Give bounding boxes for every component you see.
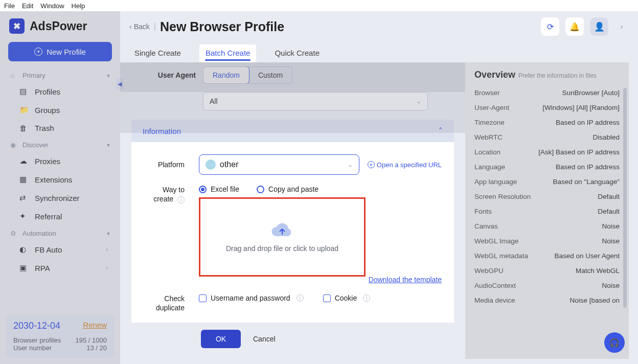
nav-section-discover-label: Discover bbox=[22, 141, 49, 149]
nav-section-automation[interactable]: ⚙Automation ▾ bbox=[3, 225, 117, 240]
sidebar-item-trash[interactable]: 🗑Trash bbox=[3, 119, 117, 137]
overview-key: Language bbox=[474, 163, 505, 171]
sidebar-item-extensions[interactable]: ▦Extensions bbox=[3, 170, 117, 189]
extensions-icon: ▦ bbox=[19, 175, 29, 184]
fb-icon: ◐ bbox=[19, 245, 29, 254]
overview-scrollbar[interactable] bbox=[623, 88, 627, 308]
overview-row: AudioContextNoise bbox=[474, 278, 620, 293]
chevron-right-icon: › bbox=[106, 246, 108, 253]
ua-random-button[interactable]: Random bbox=[203, 66, 249, 84]
overview-value: [Windows] [All] [Random] bbox=[542, 104, 620, 111]
overview-row: Media deviceNoise [based on bbox=[474, 293, 620, 308]
overview-key: App language bbox=[474, 178, 517, 186]
tab-single-create[interactable]: Single Create bbox=[132, 44, 183, 62]
avatar[interactable]: 👤 bbox=[590, 17, 608, 36]
overview-value: Noise bbox=[602, 282, 620, 289]
sidebar-item-fb-auto[interactable]: ◐FB Auto› bbox=[3, 240, 117, 259]
plus-icon: + bbox=[34, 48, 42, 56]
information-accordion[interactable]: Information ˄ bbox=[131, 120, 454, 142]
chevron-down-icon: ⌄ bbox=[416, 98, 421, 105]
nav-section-discover[interactable]: ◉Discover ▾ bbox=[3, 137, 117, 152]
overview-key: Canvas bbox=[474, 222, 498, 230]
platform-label: Platform bbox=[144, 160, 185, 169]
menu-file[interactable]: File bbox=[4, 2, 15, 10]
menu-edit[interactable]: Edit bbox=[22, 2, 33, 10]
upload-dropzone[interactable]: Drag and drop file or click to upload bbox=[199, 197, 366, 277]
overview-value: Based on User Agent bbox=[554, 252, 620, 260]
download-template-link[interactable]: Download the template bbox=[369, 276, 442, 284]
radio-copy-paste[interactable]: Copy and paste bbox=[257, 185, 318, 193]
refresh-icon: ⟳ bbox=[547, 22, 554, 32]
menu-help[interactable]: Help bbox=[72, 2, 85, 10]
overview-key: WebGL metadata bbox=[474, 252, 528, 260]
sidebar-item-groups[interactable]: 📁Groups bbox=[3, 101, 117, 119]
overview-value: [Ask] Based on IP address bbox=[538, 148, 620, 156]
help-icon[interactable]: i bbox=[363, 294, 370, 302]
avatar-icon: 👤 bbox=[594, 21, 605, 32]
overview-row: BrowserSunBrowser [Auto] bbox=[474, 85, 620, 100]
way-to-create-label: Way to create i bbox=[144, 185, 185, 203]
overview-row: CanvasNoise bbox=[474, 219, 620, 234]
checkbox-username-password[interactable]: Username and passwordi bbox=[199, 294, 304, 302]
overview-value: Default bbox=[598, 208, 620, 215]
back-button[interactable]: ‹Back bbox=[129, 22, 150, 31]
os-menubar: File Edit Window Help bbox=[0, 0, 638, 11]
ua-all-value: All bbox=[210, 97, 218, 105]
tab-batch-create[interactable]: Batch Create bbox=[199, 44, 257, 62]
sidebar-item-profiles[interactable]: ▤Profiles bbox=[3, 82, 117, 101]
radio-excel-file[interactable]: Excel file bbox=[199, 185, 239, 193]
menu-window[interactable]: Window bbox=[40, 2, 64, 10]
radio-label: Excel file bbox=[211, 185, 239, 193]
overview-row: LanguageBased on IP address bbox=[474, 160, 620, 174]
overview-value: Default bbox=[598, 193, 620, 200]
platform-select[interactable]: ⋯other ⌄ bbox=[199, 154, 359, 175]
overview-key: Fonts bbox=[474, 208, 492, 215]
information-panel: Platform ⋯other ⌄ +Open a specified URL … bbox=[131, 142, 454, 323]
ok-button[interactable]: OK bbox=[201, 330, 241, 348]
proxies-icon: ☁ bbox=[19, 156, 29, 166]
expand-button[interactable]: › bbox=[614, 17, 629, 36]
upload-text: Drag and drop file or click to upload bbox=[226, 244, 338, 253]
help-icon[interactable]: i bbox=[297, 294, 304, 302]
open-url-label: Open a specified URL bbox=[377, 161, 442, 169]
plus-circle-icon: + bbox=[368, 161, 375, 168]
overview-row: App languageBased on "Language" bbox=[474, 174, 620, 189]
divider: | bbox=[154, 22, 156, 31]
folder-icon: 📁 bbox=[19, 105, 29, 115]
new-profile-button[interactable]: + New Profile bbox=[8, 42, 112, 61]
renew-link[interactable]: Renew bbox=[83, 321, 107, 329]
sidebar-item-rpa[interactable]: ▣RPA› bbox=[3, 259, 117, 277]
checkbox-cookie[interactable]: Cookiei bbox=[323, 294, 371, 302]
open-specified-url-link[interactable]: +Open a specified URL bbox=[368, 161, 442, 169]
overview-row: FontsDefault bbox=[474, 204, 620, 219]
sidebar-item-synchronizer[interactable]: ⇄Synchronizer bbox=[3, 189, 117, 207]
brand: ✖ AdsPower bbox=[0, 11, 120, 38]
ua-custom-button[interactable]: Custom bbox=[249, 67, 292, 83]
notifications-button[interactable]: 🔔 bbox=[565, 17, 584, 36]
overview-title: Overview bbox=[474, 70, 515, 80]
rpa-icon: ▣ bbox=[19, 263, 29, 272]
checkbox-icon bbox=[199, 294, 207, 302]
overview-row: TimezoneBased on IP address bbox=[474, 115, 620, 130]
overview-row: WebGL metadataBased on User Agent bbox=[474, 248, 620, 263]
sidebar-item-referral[interactable]: ✦Referral bbox=[3, 207, 117, 225]
sidebar-item-proxies[interactable]: ☁Proxies bbox=[3, 152, 117, 170]
overview-value: SunBrowser [Auto] bbox=[562, 89, 620, 97]
checkbox-label: Cookie bbox=[335, 294, 357, 302]
nav-section-primary[interactable]: ⌂Primary ▾ bbox=[3, 67, 117, 82]
ua-all-dropdown[interactable]: All ⌄ bbox=[203, 92, 428, 110]
cancel-button[interactable]: Cancel bbox=[253, 335, 276, 343]
sidebar-item-label: Proxies bbox=[35, 157, 60, 166]
profiles-icon: ▤ bbox=[19, 87, 29, 96]
support-fab[interactable]: 🎧 bbox=[604, 332, 625, 353]
brand-name: AdsPower bbox=[30, 19, 87, 33]
chevron-right-icon: › bbox=[620, 22, 623, 31]
create-tabs: Single Create Batch Create Quick Create bbox=[120, 42, 638, 62]
platform-value: other bbox=[220, 160, 238, 169]
tab-quick-create[interactable]: Quick Create bbox=[272, 44, 322, 62]
overview-row: WebGL ImageNoise bbox=[474, 234, 620, 248]
checkbox-icon bbox=[323, 294, 331, 302]
refresh-button[interactable]: ⟳ bbox=[541, 17, 559, 36]
help-icon[interactable]: i bbox=[177, 196, 185, 203]
sidebar-item-label: Profiles bbox=[35, 87, 60, 96]
